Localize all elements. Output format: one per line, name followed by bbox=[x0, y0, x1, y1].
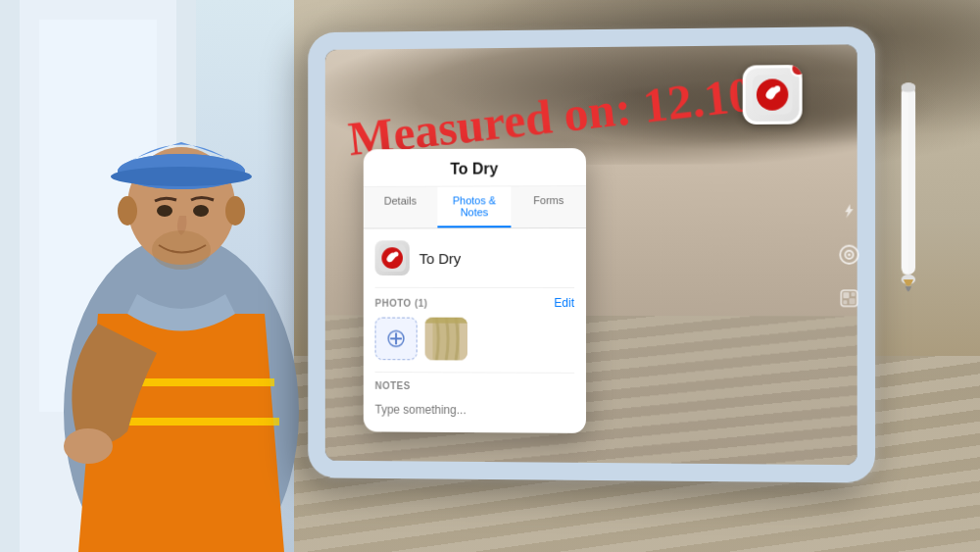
divider-1 bbox=[375, 287, 574, 288]
svg-point-13 bbox=[225, 196, 245, 226]
flash-icon[interactable] bbox=[835, 197, 863, 225]
modal-card: To Dry Details Photos & Notes Forms bbox=[364, 148, 586, 433]
tab-photos-notes[interactable]: Photos & Notes bbox=[437, 186, 512, 227]
modal-title: To Dry bbox=[364, 148, 586, 187]
svg-point-12 bbox=[118, 196, 137, 226]
photo-edit-button[interactable]: Edit bbox=[554, 296, 574, 310]
tab-forms[interactable]: Forms bbox=[512, 186, 586, 227]
app-icon-inner bbox=[746, 68, 800, 122]
svg-point-9 bbox=[193, 205, 209, 217]
photo-thumbnail[interactable] bbox=[425, 318, 467, 361]
svg-rect-26 bbox=[425, 318, 467, 324]
svg-rect-31 bbox=[843, 292, 849, 298]
svg-rect-34 bbox=[849, 298, 855, 304]
photo-section-title: PHOTO (1) bbox=[375, 297, 428, 308]
notes-input[interactable] bbox=[375, 399, 574, 422]
item-type-icon bbox=[375, 240, 410, 276]
tab-details[interactable]: Details bbox=[364, 187, 437, 228]
worker-figure bbox=[0, 0, 343, 552]
svg-rect-23 bbox=[390, 337, 402, 339]
svg-point-20 bbox=[394, 252, 399, 257]
svg-rect-36 bbox=[903, 85, 908, 275]
tablet-body: Measured on: 12.10.2021 To bbox=[308, 26, 875, 483]
add-photo-button[interactable] bbox=[375, 318, 417, 361]
svg-rect-39 bbox=[902, 83, 915, 91]
modal-tabs: Details Photos & Notes Forms bbox=[364, 186, 586, 228]
svg-rect-32 bbox=[852, 292, 856, 296]
photo-row bbox=[375, 318, 574, 361]
svg-point-11 bbox=[64, 428, 113, 464]
tablet-screen: Measured on: 12.10.2021 To bbox=[325, 44, 858, 465]
notes-section: NOTES bbox=[375, 380, 574, 422]
modal-body: To Dry PHOTO (1) Edit bbox=[364, 228, 586, 433]
item-label: To Dry bbox=[419, 250, 462, 267]
photo-thumb-inner bbox=[425, 318, 467, 361]
svg-rect-33 bbox=[843, 300, 847, 304]
svg-point-8 bbox=[157, 205, 172, 217]
camera-icon[interactable] bbox=[835, 241, 863, 269]
modal-item-row: To Dry bbox=[375, 240, 574, 276]
svg-point-17 bbox=[774, 85, 780, 91]
divider-2 bbox=[375, 372, 574, 374]
tablet-side-controls bbox=[835, 197, 863, 312]
svg-point-7 bbox=[111, 167, 252, 186]
photos-section-header: PHOTO (1) Edit bbox=[375, 296, 574, 310]
gallery-icon[interactable] bbox=[835, 284, 863, 312]
apple-pencil bbox=[900, 75, 917, 294]
svg-point-10 bbox=[152, 230, 211, 270]
notes-section-title: NOTES bbox=[375, 380, 411, 391]
app-icon[interactable] bbox=[743, 65, 803, 125]
notes-section-header: NOTES bbox=[375, 380, 574, 392]
tablet-device: Measured on: 12.10.2021 To bbox=[308, 26, 895, 524]
svg-point-29 bbox=[848, 253, 851, 256]
